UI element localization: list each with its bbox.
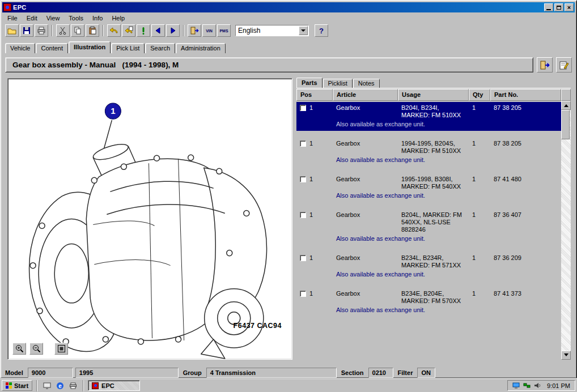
parts-scrollbar[interactable] <box>561 89 571 360</box>
run-button[interactable] <box>137 24 150 37</box>
open-folder-icon <box>7 26 16 35</box>
zoom-out-button[interactable] <box>29 343 43 355</box>
display-tray-icon[interactable] <box>512 382 520 389</box>
copy-icon <box>73 26 82 35</box>
window-title: EPC <box>13 4 27 11</box>
volume-icon[interactable] <box>534 382 541 389</box>
qty-value: 1 <box>469 176 490 190</box>
taskbar: Start e EPC 9:01 PM <box>0 378 577 392</box>
table-row[interactable]: 1 Gearbox B204I, B234I, MARKED: FM 510XX… <box>296 102 561 131</box>
scroll-up-button[interactable] <box>561 101 571 110</box>
chevron-down-icon[interactable] <box>299 26 308 35</box>
row-checkbox[interactable] <box>300 176 306 182</box>
tab-content[interactable]: Content <box>36 43 68 53</box>
partno-value: 87 41 480 <box>490 176 561 190</box>
menu-help[interactable]: Help <box>107 14 129 22</box>
tab-pick-list[interactable]: Pick List <box>111 43 145 53</box>
tab-illustration[interactable]: Illustration <box>69 41 111 53</box>
forward-button[interactable] <box>166 24 180 37</box>
scrollbar-track[interactable] <box>561 110 571 351</box>
scrollbar-thumb[interactable] <box>561 110 570 139</box>
menu-file[interactable]: File <box>3 14 22 22</box>
epc-task-button[interactable]: EPC <box>88 380 140 391</box>
tab-parts[interactable]: Parts <box>296 78 323 88</box>
save-icon <box>22 26 31 35</box>
cut-button[interactable] <box>56 24 70 37</box>
col-qty[interactable]: Qty <box>469 89 490 101</box>
col-usage[interactable]: Usage <box>398 89 469 101</box>
network-tray-icon[interactable] <box>523 382 531 389</box>
copy-button[interactable] <box>71 24 84 37</box>
article-value: Gearbox <box>333 104 398 119</box>
row-checkbox[interactable] <box>300 212 306 218</box>
minimize-button[interactable] <box>544 3 553 11</box>
row-checkbox[interactable] <box>300 140 306 147</box>
help-button[interactable]: ? <box>315 24 328 37</box>
usage-value: B204L, MARKED: FM 540XX, NLS-USE 8828246 <box>398 211 469 233</box>
taskbar-separator <box>36 380 37 391</box>
scroll-down-button[interactable] <box>561 351 571 360</box>
vin-button[interactable]: VIN <box>202 24 216 37</box>
page-title: Gear box assembly - Manual (1994 - 1998)… <box>12 61 179 69</box>
open-button[interactable] <box>5 24 19 37</box>
article-value: Gearbox <box>333 290 398 305</box>
row-checkbox[interactable] <box>300 255 306 261</box>
row-checkbox[interactable] <box>300 105 306 111</box>
table-row[interactable]: 1 Gearbox B234E, B204E, MARKED: FM 570XX… <box>296 288 561 317</box>
menu-tools[interactable]: Tools <box>64 14 88 22</box>
article-value: Gearbox <box>333 254 398 269</box>
pos-value: 1 <box>309 211 313 219</box>
menu-info[interactable]: Info <box>88 14 107 22</box>
toolbar-separator <box>103 25 104 36</box>
redo-button[interactable] <box>122 24 135 37</box>
save-button[interactable] <box>20 24 33 37</box>
row-checkbox[interactable] <box>300 291 306 297</box>
table-row[interactable]: 1 Gearbox 1994-1995, B204S, MARKED: FM 5… <box>296 138 561 167</box>
show-desktop-icon[interactable] <box>41 380 53 391</box>
exchange-note: Also available as exchange unit. <box>333 155 561 164</box>
browser-icon[interactable]: e <box>54 380 66 391</box>
printer-shortcut-icon[interactable] <box>67 380 79 391</box>
zoom-in-button[interactable] <box>12 343 26 355</box>
language-value: English <box>236 27 299 35</box>
language-select[interactable]: English <box>235 25 309 36</box>
full-view-button[interactable] <box>54 343 68 355</box>
table-row[interactable]: 1 Gearbox 1995-1998, B308I, MARKED: FM 5… <box>296 173 561 202</box>
paste-button[interactable] <box>86 24 99 37</box>
tab-vehicle[interactable]: Vehicle <box>5 43 35 53</box>
print-button[interactable] <box>35 24 48 37</box>
table-row[interactable]: 1 Gearbox B204L, MARKED: FM 540XX, NLS-U… <box>296 209 561 245</box>
pos-value: 1 <box>309 176 313 183</box>
notes-button[interactable] <box>556 57 572 73</box>
start-button[interactable]: Start <box>2 380 32 391</box>
col-article[interactable]: Article <box>333 89 398 101</box>
col-pos[interactable]: Pos <box>296 89 333 101</box>
qty-value: 1 <box>469 104 490 119</box>
model-value: 9000 <box>28 368 73 378</box>
undo-button[interactable] <box>107 24 121 37</box>
send-to-picklist-button[interactable] <box>537 57 553 73</box>
help-label: ? <box>319 27 324 35</box>
filter-label: Filter <box>396 369 415 376</box>
menu-edit[interactable]: Edit <box>22 14 42 22</box>
tab-search[interactable]: Search <box>145 43 175 53</box>
transfer-button[interactable] <box>188 24 201 37</box>
tab-notes[interactable]: Notes <box>353 79 380 88</box>
usage-value: B234E, B204E, MARKED: FM 570XX <box>398 290 469 305</box>
pos-value: 1 <box>309 254 313 262</box>
tab-picklist[interactable]: Picklist <box>323 79 353 88</box>
back-button[interactable] <box>151 24 165 37</box>
table-row[interactable]: 1 Gearbox B234L, B234R, MARKED: FM 571XX… <box>296 252 561 281</box>
printer-icon <box>37 26 46 35</box>
tab-administration[interactable]: Administration <box>176 43 226 53</box>
close-button[interactable]: × <box>565 3 574 11</box>
article-value: Gearbox <box>333 140 398 155</box>
pms-button[interactable]: PMS <box>217 24 231 37</box>
col-part-no[interactable]: Part No. <box>490 89 561 101</box>
maximize-button[interactable] <box>554 3 563 11</box>
parts-table-body: 1 Gearbox B204I, B234I, MARKED: FM 510XX… <box>296 101 561 317</box>
vin-label: VIN <box>206 29 213 33</box>
down-arrow-icon <box>564 353 568 359</box>
usage-value: 1994-1995, B204S, MARKED: FM 510XX <box>398 140 469 155</box>
menu-view[interactable]: View <box>42 14 65 22</box>
